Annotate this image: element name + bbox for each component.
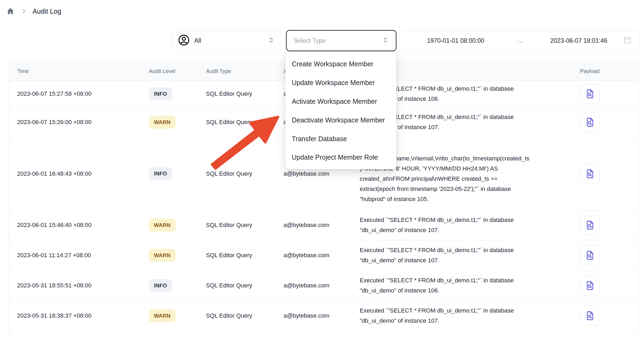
cell-payload [572, 164, 638, 184]
cell-type: SQL Editor Query [205, 252, 282, 259]
cell-actor: a@bytebase.com [282, 312, 358, 319]
type-filter-select[interactable]: Select Type [286, 30, 397, 51]
table-row [9, 331, 638, 339]
page-title: Audit Log [33, 7, 61, 15]
audit-level-badge: WARN [149, 219, 176, 232]
breadcrumb: Audit Log [6, 7, 61, 16]
cell-level: WARN [147, 116, 205, 129]
cell-level: WARN [147, 249, 205, 262]
cell-comment: Executed `"SELECT * FROM db_ui_demo.t1;"… [358, 306, 532, 326]
table-row: 2023-05-31 18:55:51 +08:00 INFO SQL Edit… [9, 271, 638, 301]
type-option[interactable]: Update Project Member Role [285, 148, 396, 167]
chevron-updown-icon [382, 36, 389, 45]
col-header-time: Time [9, 68, 147, 74]
cell-time: 2023-06-01 15:46:40 +08:00 [9, 222, 147, 229]
user-circle-icon [178, 34, 190, 47]
cell-type: SQL Editor Query [205, 282, 282, 289]
chevron-right-icon [21, 8, 27, 14]
cell-payload [572, 215, 638, 235]
view-payload-button[interactable] [580, 306, 600, 326]
cell-time: 2023-05-31 18:38:37 +08:00 [9, 312, 147, 319]
cell-payload [572, 306, 638, 326]
home-icon[interactable] [6, 7, 15, 16]
view-payload-button[interactable] [580, 112, 600, 132]
cell-level: INFO [147, 87, 205, 100]
cell-time: 2023-06-01 16:48:43 +08:00 [9, 170, 147, 177]
file-search-icon [585, 280, 595, 291]
date-range-start[interactable]: 1970-01-01 08:00:00 [406, 37, 505, 44]
cell-type: SQL Editor Query [205, 222, 282, 229]
actor-filter-value: All [194, 37, 263, 44]
actor-filter-select[interactable]: All [171, 30, 281, 51]
calendar-icon [623, 36, 632, 46]
range-arrow-icon: → [505, 36, 535, 45]
view-payload-button[interactable] [580, 164, 600, 184]
view-payload-button[interactable] [580, 215, 600, 235]
date-range-end[interactable]: 2023-06-07 18:01:46 [535, 37, 623, 44]
cell-level: INFO [147, 167, 205, 180]
file-search-icon [585, 168, 595, 179]
cell-payload [572, 276, 638, 295]
type-filter-placeholder: Select Type [294, 37, 382, 44]
cell-payload [572, 112, 638, 132]
filter-bar: All Select Type 1970-01-01 08:00:00 → 20… [0, 30, 644, 51]
col-header-payload: Payload [572, 68, 638, 74]
audit-level-badge: WARN [149, 309, 176, 322]
view-payload-button[interactable] [580, 276, 600, 295]
cell-actor: a@bytebase.com [282, 282, 358, 289]
cell-level: INFO [147, 279, 205, 292]
date-range-picker[interactable]: 1970-01-01 08:00:00 → 2023-06-07 18:01:4… [400, 30, 640, 51]
file-search-icon [585, 88, 595, 99]
view-payload-button[interactable] [580, 84, 600, 104]
audit-level-badge: WARN [149, 249, 176, 262]
cell-comment: Executed `"SELECT * FROM db_ui_demo.t1;"… [358, 275, 532, 296]
cell-type: SQL Editor Query [205, 90, 282, 97]
table-row: 2023-06-01 11:14:27 +08:00 WARN SQL Edit… [9, 240, 638, 271]
file-search-icon [585, 117, 595, 128]
type-option[interactable]: Create Workspace Member [285, 55, 396, 74]
table-row: 2023-06-01 15:46:40 +08:00 WARN SQL Edit… [9, 210, 638, 240]
cell-type: SQL Editor Query [205, 312, 282, 319]
audit-level-badge: INFO [149, 279, 172, 292]
cell-actor: a@bytebase.com [282, 170, 358, 177]
cell-comment: Executed `"SELECT * FROM db_ui_demo.t1;"… [358, 245, 532, 265]
type-option[interactable]: Activate Workspace Member [285, 92, 396, 111]
chevron-updown-icon [268, 36, 275, 45]
file-search-icon [585, 310, 595, 321]
audit-level-badge: INFO [149, 87, 172, 100]
cell-time: 2023-06-01 11:14:27 +08:00 [9, 252, 147, 259]
type-option[interactable]: Transfer Database [285, 129, 396, 148]
cell-comment: Executed `"SELECT * FROM db_ui_demo.t1;"… [358, 215, 532, 235]
type-select-dropdown: Create Workspace MemberUpdate Workspace … [285, 52, 396, 169]
cell-level: WARN [147, 309, 205, 322]
view-payload-button[interactable] [580, 245, 600, 265]
cell-time: 2023-06-07 15:26:00 +08:00 [9, 119, 147, 126]
type-option[interactable]: Update Workspace Member [285, 74, 396, 92]
col-header-type: Audit Type [205, 68, 282, 74]
audit-level-badge: WARN [149, 116, 176, 129]
col-header-level: Audit Level [147, 68, 205, 74]
cell-time: 2023-05-31 18:55:51 +08:00 [9, 282, 147, 289]
cell-actor: a@bytebase.com [282, 252, 358, 259]
audit-level-badge: INFO [149, 167, 172, 180]
file-search-icon [585, 250, 595, 261]
cell-time: 2023-06-07 15:27:58 +08:00 [9, 90, 147, 97]
table-row: 2023-05-31 18:38:37 +08:00 WARN SQL Edit… [9, 301, 638, 331]
cell-type: SQL Editor Query [205, 170, 282, 177]
cell-level: WARN [147, 219, 205, 232]
cell-payload [572, 245, 638, 265]
type-option[interactable]: Deactivate Workspace Member [285, 111, 396, 129]
cell-payload [572, 84, 638, 104]
file-search-icon [585, 219, 595, 231]
cell-type: SQL Editor Query [205, 119, 282, 126]
cell-actor: a@bytebase.com [282, 222, 358, 229]
